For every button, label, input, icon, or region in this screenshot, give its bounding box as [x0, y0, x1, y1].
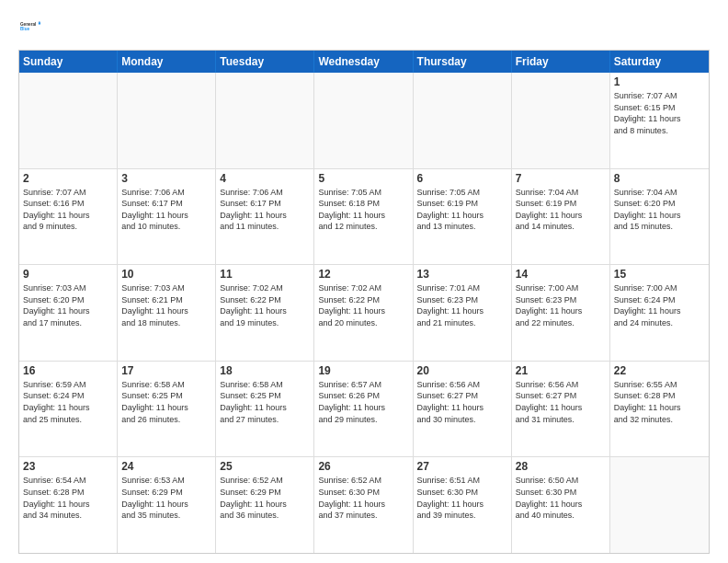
weekday-header-monday: Monday [118, 51, 216, 73]
day-info: Sunrise: 7:07 AM Sunset: 6:15 PM Dayligh… [614, 90, 705, 136]
header: General Blue [18, 17, 710, 40]
calendar-cell-0-5 [512, 73, 610, 168]
day-info: Sunrise: 6:53 AM Sunset: 6:29 PM Dayligh… [121, 475, 211, 521]
calendar-cell-1-2: 4Sunrise: 7:06 AM Sunset: 6:17 PM Daylig… [216, 169, 314, 265]
day-info: Sunrise: 7:02 AM Sunset: 6:22 PM Dayligh… [220, 282, 310, 328]
day-number: 6 [417, 172, 507, 185]
calendar-cell-4-0: 23Sunrise: 6:54 AM Sunset: 6:28 PM Dayli… [19, 457, 118, 553]
day-number: 12 [318, 268, 408, 281]
day-number: 27 [417, 460, 507, 473]
day-number: 4 [220, 172, 310, 185]
page: General Blue SundayMondayTuesdayWednesda… [0, 0, 728, 563]
calendar-cell-3-5: 21Sunrise: 6:56 AM Sunset: 6:27 PM Dayli… [512, 362, 610, 457]
calendar-cell-2-5: 14Sunrise: 7:00 AM Sunset: 6:23 PM Dayli… [512, 265, 610, 361]
svg-marker-2 [39, 21, 40, 22]
day-info: Sunrise: 6:56 AM Sunset: 6:27 PM Dayligh… [417, 379, 507, 425]
calendar-cell-1-0: 2Sunrise: 7:07 AM Sunset: 6:16 PM Daylig… [19, 169, 118, 265]
calendar-cell-4-1: 24Sunrise: 6:53 AM Sunset: 6:29 PM Dayli… [118, 457, 216, 553]
calendar-cell-0-4 [414, 73, 512, 168]
day-info: Sunrise: 6:58 AM Sunset: 6:25 PM Dayligh… [220, 379, 310, 425]
day-info: Sunrise: 7:05 AM Sunset: 6:19 PM Dayligh… [417, 187, 507, 233]
day-info: Sunrise: 6:59 AM Sunset: 6:24 PM Dayligh… [23, 379, 113, 425]
day-info: Sunrise: 6:56 AM Sunset: 6:27 PM Dayligh… [516, 379, 606, 425]
day-number: 2 [23, 172, 113, 185]
day-info: Sunrise: 7:04 AM Sunset: 6:20 PM Dayligh… [614, 187, 705, 233]
day-number: 24 [121, 460, 211, 473]
day-info: Sunrise: 6:52 AM Sunset: 6:30 PM Dayligh… [318, 475, 408, 521]
logo-icon: General Blue [20, 17, 40, 37]
day-number: 26 [318, 460, 408, 473]
day-number: 10 [121, 268, 211, 281]
calendar-cell-1-6: 8Sunrise: 7:04 AM Sunset: 6:20 PM Daylig… [610, 169, 709, 265]
calendar-cell-4-5: 28Sunrise: 6:50 AM Sunset: 6:30 PM Dayli… [512, 457, 610, 553]
calendar-cell-3-3: 19Sunrise: 6:57 AM Sunset: 6:26 PM Dayli… [314, 362, 413, 457]
day-info: Sunrise: 7:02 AM Sunset: 6:22 PM Dayligh… [318, 282, 408, 328]
calendar-header: SundayMondayTuesdayWednesdayThursdayFrid… [19, 51, 709, 73]
calendar-cell-0-6: 1Sunrise: 7:07 AM Sunset: 6:15 PM Daylig… [610, 73, 709, 168]
day-number: 23 [23, 460, 113, 473]
day-info: Sunrise: 6:54 AM Sunset: 6:28 PM Dayligh… [23, 475, 113, 521]
day-number: 14 [516, 268, 606, 281]
calendar-cell-4-4: 27Sunrise: 6:51 AM Sunset: 6:30 PM Dayli… [414, 457, 512, 553]
day-number: 3 [121, 172, 211, 185]
svg-text:General: General [20, 22, 36, 27]
calendar-body: 1Sunrise: 7:07 AM Sunset: 6:15 PM Daylig… [19, 73, 709, 553]
calendar-cell-4-6 [610, 457, 709, 553]
day-info: Sunrise: 7:00 AM Sunset: 6:24 PM Dayligh… [614, 282, 705, 328]
day-info: Sunrise: 7:04 AM Sunset: 6:19 PM Dayligh… [516, 187, 606, 233]
day-info: Sunrise: 7:03 AM Sunset: 6:20 PM Dayligh… [23, 282, 113, 328]
calendar-row-2: 9Sunrise: 7:03 AM Sunset: 6:20 PM Daylig… [19, 264, 709, 361]
calendar-cell-1-4: 6Sunrise: 7:05 AM Sunset: 6:19 PM Daylig… [414, 169, 512, 265]
day-number: 20 [417, 364, 507, 377]
calendar-cell-3-0: 16Sunrise: 6:59 AM Sunset: 6:24 PM Dayli… [19, 362, 118, 457]
calendar-cell-3-6: 22Sunrise: 6:55 AM Sunset: 6:28 PM Dayli… [610, 362, 709, 457]
calendar-row-3: 16Sunrise: 6:59 AM Sunset: 6:24 PM Dayli… [19, 361, 709, 457]
weekday-header-sunday: Sunday [19, 51, 118, 73]
day-info: Sunrise: 7:01 AM Sunset: 6:23 PM Dayligh… [417, 282, 507, 328]
calendar-cell-2-2: 11Sunrise: 7:02 AM Sunset: 6:22 PM Dayli… [216, 265, 314, 361]
weekday-header-thursday: Thursday [414, 51, 512, 73]
calendar-cell-0-2 [216, 73, 314, 168]
day-number: 25 [220, 460, 310, 473]
calendar-cell-3-1: 17Sunrise: 6:58 AM Sunset: 6:25 PM Dayli… [118, 362, 216, 457]
calendar-cell-3-4: 20Sunrise: 6:56 AM Sunset: 6:27 PM Dayli… [414, 362, 512, 457]
day-info: Sunrise: 7:00 AM Sunset: 6:23 PM Dayligh… [516, 282, 606, 328]
calendar-cell-2-3: 12Sunrise: 7:02 AM Sunset: 6:22 PM Dayli… [314, 265, 413, 361]
day-info: Sunrise: 6:50 AM Sunset: 6:30 PM Dayligh… [516, 475, 606, 521]
calendar-cell-1-1: 3Sunrise: 7:06 AM Sunset: 6:17 PM Daylig… [118, 169, 216, 265]
logo: General Blue [18, 17, 40, 40]
calendar-cell-3-2: 18Sunrise: 6:58 AM Sunset: 6:25 PM Dayli… [216, 362, 314, 457]
weekday-header-tuesday: Tuesday [216, 51, 314, 73]
calendar: SundayMondayTuesdayWednesdayThursdayFrid… [18, 50, 710, 554]
day-info: Sunrise: 6:57 AM Sunset: 6:26 PM Dayligh… [318, 379, 408, 425]
calendar-cell-4-3: 26Sunrise: 6:52 AM Sunset: 6:30 PM Dayli… [314, 457, 413, 553]
calendar-cell-2-6: 15Sunrise: 7:00 AM Sunset: 6:24 PM Dayli… [610, 265, 709, 361]
calendar-cell-1-5: 7Sunrise: 7:04 AM Sunset: 6:19 PM Daylig… [512, 169, 610, 265]
day-info: Sunrise: 6:51 AM Sunset: 6:30 PM Dayligh… [417, 475, 507, 521]
calendar-cell-0-0 [19, 73, 118, 168]
calendar-cell-1-3: 5Sunrise: 7:05 AM Sunset: 6:18 PM Daylig… [314, 169, 413, 265]
calendar-row-0: 1Sunrise: 7:07 AM Sunset: 6:15 PM Daylig… [19, 73, 709, 168]
day-number: 7 [516, 172, 606, 185]
day-number: 1 [614, 75, 705, 88]
day-number: 11 [220, 268, 310, 281]
day-number: 8 [614, 172, 705, 185]
day-number: 15 [614, 268, 705, 281]
day-number: 28 [516, 460, 606, 473]
calendar-cell-0-3 [314, 73, 413, 168]
calendar-row-1: 2Sunrise: 7:07 AM Sunset: 6:16 PM Daylig… [19, 168, 709, 265]
day-info: Sunrise: 6:52 AM Sunset: 6:29 PM Dayligh… [220, 475, 310, 521]
day-info: Sunrise: 7:05 AM Sunset: 6:18 PM Dayligh… [318, 187, 408, 233]
calendar-row-4: 23Sunrise: 6:54 AM Sunset: 6:28 PM Dayli… [19, 456, 709, 553]
day-number: 17 [121, 364, 211, 377]
day-info: Sunrise: 7:03 AM Sunset: 6:21 PM Dayligh… [121, 282, 211, 328]
day-info: Sunrise: 7:07 AM Sunset: 6:16 PM Dayligh… [23, 187, 113, 233]
day-info: Sunrise: 7:06 AM Sunset: 6:17 PM Dayligh… [220, 187, 310, 233]
day-number: 13 [417, 268, 507, 281]
calendar-cell-2-4: 13Sunrise: 7:01 AM Sunset: 6:23 PM Dayli… [414, 265, 512, 361]
svg-marker-1 [39, 22, 40, 24]
day-number: 18 [220, 364, 310, 377]
calendar-cell-2-0: 9Sunrise: 7:03 AM Sunset: 6:20 PM Daylig… [19, 265, 118, 361]
calendar-cell-4-2: 25Sunrise: 6:52 AM Sunset: 6:29 PM Dayli… [216, 457, 314, 553]
calendar-cell-0-1 [118, 73, 216, 168]
